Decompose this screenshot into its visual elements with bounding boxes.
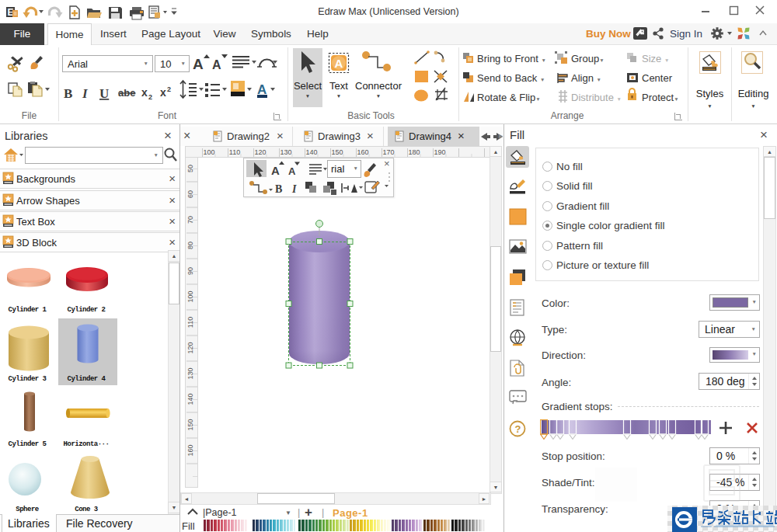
svg-text:A: A <box>193 56 204 72</box>
svg-text:130: 130 <box>280 148 291 156</box>
svg-text:2: 2 <box>148 93 152 101</box>
svg-text:100: 100 <box>186 290 194 302</box>
svg-text:B: B <box>64 86 72 101</box>
svg-text:110: 110 <box>229 148 240 156</box>
svg-text:A: A <box>335 57 343 70</box>
svg-text:120: 120 <box>254 148 266 156</box>
svg-text:120: 120 <box>186 342 194 353</box>
svg-text:A: A <box>288 165 296 177</box>
svg-text:50: 50 <box>186 165 194 172</box>
svg-text:60: 60 <box>186 190 194 198</box>
svg-text:I: I <box>82 86 89 101</box>
svg-text:B: B <box>275 183 282 195</box>
svg-text:100: 100 <box>203 148 214 156</box>
svg-text:140: 140 <box>305 148 317 156</box>
svg-text:A: A <box>271 164 280 177</box>
svg-text:150: 150 <box>331 148 343 156</box>
svg-text:I: I <box>291 183 297 195</box>
svg-text:U: U <box>99 86 109 101</box>
svg-text:140: 140 <box>186 393 194 405</box>
svg-text:A: A <box>212 58 221 71</box>
svg-text:80: 80 <box>186 242 194 249</box>
svg-text:160: 160 <box>357 148 368 156</box>
svg-text:130: 130 <box>186 367 194 379</box>
svg-text:190: 190 <box>434 148 445 156</box>
svg-text:160: 160 <box>186 444 194 456</box>
svg-text:70: 70 <box>186 216 194 224</box>
svg-text:90: 90 <box>186 267 194 275</box>
svg-text:?: ? <box>515 423 521 435</box>
svg-text:abe: abe <box>118 87 135 99</box>
svg-text:x: x <box>141 86 148 99</box>
svg-text:170: 170 <box>382 148 394 156</box>
svg-text:150: 150 <box>186 419 194 430</box>
svg-text:180: 180 <box>408 148 420 156</box>
svg-text:110: 110 <box>186 317 194 328</box>
svg-text:x: x <box>160 86 166 99</box>
svg-text:2: 2 <box>167 85 171 93</box>
